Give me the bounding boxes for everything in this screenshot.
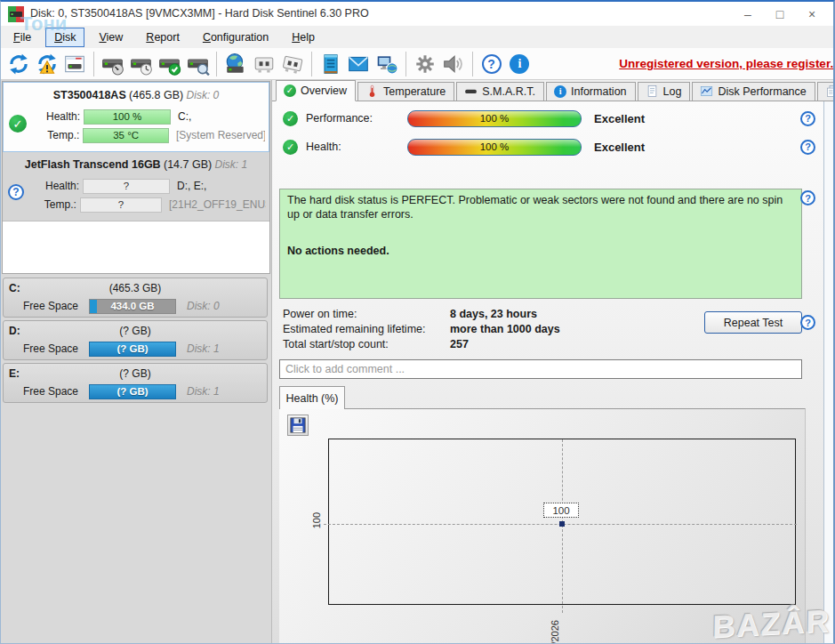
status-help-icon[interactable] <box>800 190 815 205</box>
remote-monitor-icon[interactable] <box>373 50 401 78</box>
partition-note: [21H2_OFF19_ENUS <box>169 198 266 211</box>
performance-row: Performance: 100 % Excellent <box>272 109 835 127</box>
sound-icon[interactable] <box>439 50 468 78</box>
report-notepad-icon[interactable] <box>317 50 345 78</box>
chart-x-tick: 2/15/2026 <box>550 608 560 644</box>
tab-smart[interactable]: S.M.A.R.T. <box>456 82 544 101</box>
network-disk-icon[interactable] <box>221 50 250 78</box>
tab-disk-performance[interactable]: Disk Performance <box>692 82 815 101</box>
health-help-icon[interactable] <box>800 140 815 155</box>
temp-label: Temp.: <box>34 129 79 141</box>
window-title: Disk: 0, ST3500418AS [9VMCX3MM] - Hard D… <box>30 2 369 25</box>
health-label: Health: <box>306 141 341 153</box>
refresh-warning-icon[interactable] <box>33 50 61 78</box>
information-icon <box>554 85 566 98</box>
toolbar: Unregistered version, please register. <box>1 48 833 80</box>
chart-plot-area: 100 <box>328 439 796 605</box>
temp-label: Temp.: <box>33 198 76 211</box>
start-stop-count-row: Total start/stop count:257 <box>283 338 469 353</box>
performance-help-icon[interactable] <box>800 111 815 126</box>
disk-item-jetflash[interactable]: JetFlash Transcend 16GB (14.7 GB) Disk: … <box>3 152 269 221</box>
disk-status-message: The hard disk status is PERFECT. Problem… <box>279 189 802 299</box>
minimize-button[interactable]: – <box>732 2 764 26</box>
disk-title: ST3500418AS (465.8 GB) Disk: 0 <box>7 86 265 106</box>
menu-view[interactable]: View <box>90 28 132 47</box>
disk-gauge-icon[interactable] <box>99 50 127 78</box>
tab-information[interactable]: Information <box>546 82 636 101</box>
disk-panel-icon[interactable] <box>61 50 90 78</box>
tab-overview[interactable]: Overview <box>276 80 356 101</box>
partition-note: [System Reserved] <box>176 129 265 141</box>
volume-disk-label: Disk: 1 <box>187 385 220 398</box>
performance-rating: Excellent <box>594 112 645 125</box>
refresh-icon[interactable] <box>4 50 33 78</box>
menu-file[interactable]: File <box>4 28 40 47</box>
disk-item-st3500418as[interactable]: ST3500418AS (465.8 GB) Disk: 0 Health: 1… <box>3 82 269 152</box>
health-meter: 100 % <box>407 139 582 156</box>
health-row: Health: 100 % Excellent <box>272 138 835 156</box>
volume-item-d[interactable]: D: (? GB) Free Space (? GB) Disk: 1 <box>3 320 268 360</box>
temp-bar: ? <box>80 197 162 213</box>
chart-point-label: 100 <box>543 503 579 518</box>
smart-disk-icon <box>464 85 478 98</box>
temp-bar: 35 °C <box>83 128 169 143</box>
volume-item-c[interactable]: C: (465.3 GB) Free Space 434.0 GB Disk: … <box>3 278 268 318</box>
usb-disk-eject-icon[interactable] <box>278 50 307 78</box>
disk-search-icon[interactable] <box>184 50 213 78</box>
menu-help[interactable]: Help <box>283 28 324 47</box>
disk-check-icon[interactable] <box>156 50 184 78</box>
app-icon <box>8 6 24 22</box>
volume-size: (? GB) <box>9 367 261 380</box>
usb-disk-icon[interactable] <box>250 50 278 78</box>
maximize-button[interactable]: □ <box>764 2 796 26</box>
comment-input[interactable] <box>279 359 802 379</box>
toolbar-separator <box>405 52 406 76</box>
menu-configuration[interactable]: Configuration <box>194 28 277 47</box>
log-document-icon <box>646 85 659 98</box>
title-bar: Disk: 0, ST3500418AS [9VMCX3MM] - Hard D… <box>1 2 833 26</box>
health-chart-tab[interactable]: Health (%) <box>279 386 345 409</box>
tab-temperature[interactable]: Temperature <box>357 82 454 101</box>
health-label: Health: <box>34 110 80 123</box>
remaining-lifetime-row: Estimated remaining lifetime:more than 1… <box>283 323 560 338</box>
drive-letters: D:, E:, <box>177 180 206 192</box>
register-link[interactable]: Unregistered version, please register. <box>619 57 833 70</box>
main-panel: Overview Temperature S.M.A.R.T. Informat… <box>272 80 835 644</box>
hard-disk-sentinel-window: { "window": { "title": "Disk: 0, ST35004… <box>0 0 835 644</box>
status-paragraph: The hard disk status is PERFECT. Problem… <box>287 194 794 221</box>
disk-sidebar: ST3500418AS (465.8 GB) Disk: 0 Health: 1… <box>1 80 272 644</box>
close-button[interactable]: × <box>796 2 828 26</box>
toolbar-separator <box>216 52 217 76</box>
menu-report[interactable]: Report <box>137 28 189 47</box>
tab-log[interactable]: Log <box>638 82 691 101</box>
performance-label: Performance: <box>306 112 373 125</box>
repeat-test-help-icon[interactable] <box>800 315 815 330</box>
mail-icon[interactable] <box>345 50 373 78</box>
photo-site-watermark: BAZÂR <box>711 602 830 644</box>
thermometer-icon <box>365 85 379 98</box>
performance-meter: 100 % <box>407 110 582 127</box>
volume-size: (465.3 GB) <box>9 282 261 294</box>
disk-clock-icon[interactable] <box>127 50 156 78</box>
disk-title: JetFlash Transcend 16GB (14.7 GB) Disk: … <box>6 156 266 175</box>
settings-gear-icon[interactable] <box>411 50 439 78</box>
info-icon[interactable] <box>506 50 534 78</box>
disk-unknown-icon <box>8 184 24 200</box>
health-bar: ? <box>83 179 170 194</box>
performance-ok-icon <box>283 111 298 126</box>
overview-content: Performance: 100 % Excellent Health: 100… <box>272 101 835 644</box>
volume-item-e[interactable]: E: (? GB) Free Space (? GB) Disk: 1 <box>3 363 268 403</box>
volume-disk-label: Disk: 1 <box>187 342 220 355</box>
tab-alerts[interactable]: Alerts <box>817 82 835 101</box>
free-space-label: Free Space <box>23 385 89 398</box>
chart-y-tick: 100 <box>311 512 322 528</box>
vertical-scrollbar[interactable] <box>823 101 835 644</box>
help-icon[interactable] <box>478 50 506 78</box>
health-label: Health: <box>33 180 79 192</box>
menu-disk[interactable]: Disk <box>45 28 84 47</box>
health-rating: Excellent <box>594 141 645 154</box>
repeat-test-button[interactable]: Repeat Test <box>704 311 802 334</box>
save-chart-button[interactable] <box>287 415 309 436</box>
volume-size: (? GB) <box>9 325 261 337</box>
health-bar: 100 % <box>84 109 171 125</box>
